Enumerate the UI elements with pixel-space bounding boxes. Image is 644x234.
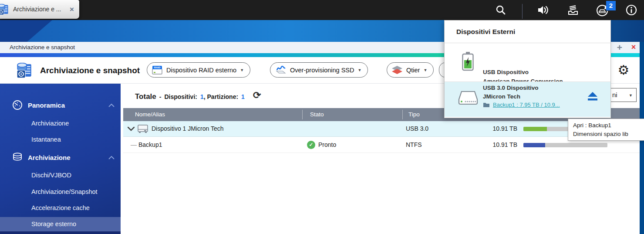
external-devices-popup: Dispositivi Esterni USB Dispositivo Amer… [444,20,611,118]
ups-battery-icon [462,52,474,71]
ssd-icon [275,65,287,75]
popup-item-title: USB 3.0 Dispositivo [483,85,539,91]
app-tab-archiviazione[interactable]: Archiviazione e ... × [0,0,79,19]
sidebar: Panoramica Archiviazione Istantanea Arch… [0,84,121,231]
table-row-device[interactable]: Dispositivo 1 JMicron Tech USB 3.0 10.91… [123,121,640,137]
qtier-button[interactable]: Qtier ▼ [387,62,434,78]
sidebar-item-istantanea[interactable]: Istantanea [0,132,121,147]
column-divider [302,110,303,119]
screen: Archiviazione e ... × 2 Archiviazione e … [0,0,644,234]
sidebar-group-archiviazione[interactable]: Archiviazione [0,149,121,166]
chevron-down-icon[interactable] [128,127,135,131]
eject-icon[interactable] [587,92,598,101]
folder-icon [483,102,490,108]
actions-dropdown[interactable]: ni ▼ [608,88,637,102]
wallpaper-wedge [0,20,65,42]
qtier-layers-icon [391,65,403,75]
capacity-bar [523,143,607,147]
status-ok-icon: ✓ [307,141,315,149]
storage-snapshot-app-icon-large [16,61,34,80]
tooltip: Apri : Backup1 Dimensioni spazio lib [568,119,644,141]
ssd-button-label: Over-provisioning SSD [290,67,354,74]
database-icon [12,152,23,163]
actions-dropdown-label: ni [612,88,617,102]
desktop-taskbar: Archiviazione e ... × 2 [0,0,644,20]
qtier-button-label: Qtier [406,67,420,74]
summary-devices-value: 1 [200,93,204,100]
volume-icon[interactable] [534,0,553,20]
partition-status: Pronto [318,137,336,153]
table-row-partition[interactable]: — Backup1 ✓ Pronto NTFS 10.91 TB [123,137,640,153]
sidebar-item-storage-esterno[interactable]: Storage esterno [0,217,121,231]
external-raid-device-button[interactable]: RAID Dispositivo RAID esterno ▼ [147,62,250,78]
background-tasks-icon[interactable] [563,0,583,20]
summary-devices-label: Dispositivi: [164,93,197,100]
tab-title: Archiviazione e ... [13,0,61,19]
sidebar-group-label: Panoramica [28,102,65,109]
drive-icon [138,125,148,133]
device-type: USB 3.0 [406,121,428,136]
sidebar-item-archiviazione-overview[interactable]: Archiviazione [0,115,121,131]
column-header-type[interactable]: Tipo [408,108,420,121]
refresh-icon[interactable]: ⟳ [253,90,261,101]
summary-title: Totale [135,92,156,101]
window-minimize-icon[interactable]: + [614,42,625,53]
partition-name: Backup1 [138,137,162,153]
chevron-down-icon: ▼ [629,93,633,98]
window-bottom-border [0,231,121,234]
partition-open-link[interactable]: Backup1 : 7.95 TB / 10.9... [493,102,560,108]
popup-item-ups[interactable]: USB Dispositivo American Power Conversio… [445,43,610,81]
partition-capacity: 10.91 TB [462,137,517,153]
gauge-icon [12,100,23,110]
chevron-down-icon: ▼ [240,68,244,72]
tab-close-icon[interactable]: × [70,0,74,19]
external-drive-icon [458,89,478,106]
notification-badge: 2 [606,1,616,10]
column-header-status[interactable]: Stato [310,108,324,121]
svg-text:RAID: RAID [154,66,161,69]
tooltip-line2: Dimensioni spazio lib [573,130,644,139]
sidebar-group-label: Archiviazione [28,154,71,161]
popup-title: Dispositivi Esterni [456,28,515,36]
column-header-name[interactable]: Nome/Alias [135,108,165,121]
info-icon[interactable] [622,0,641,20]
summary-partition-value: 1 [241,93,245,100]
raid-button-label: Dispositivo RAID esterno [166,67,236,74]
sidebar-item-archiviazione-snapshot[interactable]: Archiviazione/Snapshot [0,184,121,200]
partition-type: NTFS [406,137,422,153]
gear-icon[interactable]: ⚙ [616,61,631,80]
summary-partition-label: , Partizione: [204,93,238,100]
ssd-overprovisioning-button[interactable]: Over-provisioning SSD ▼ [270,62,368,78]
chevron-down-icon: ▼ [423,68,427,72]
tree-dash: — [131,137,137,153]
column-divider [402,110,403,119]
search-icon[interactable] [491,0,510,20]
page-title: Archiviazione e snapshot [40,57,140,84]
chevron-up-icon [108,103,115,107]
sidebar-item-accelerazione-cache[interactable]: Accelerazione cache [0,200,121,216]
device-name: Dispositivo 1 JMicron Tech [152,121,223,136]
window-close-icon[interactable]: × [628,42,639,53]
summary-line: Totale - Dispositivi: 1 , Partizione: 1 [135,91,245,103]
tooltip-line1: Apri : Backup1 [573,121,644,130]
sidebar-group-panoramica[interactable]: Panoramica [0,97,121,113]
chevron-up-icon [108,156,115,159]
window-title: Archiviazione e snapshot [10,42,75,53]
popup-item-title: USB Dispositivo [483,69,529,75]
raid-drive-icon: RAID [152,65,163,75]
taskbar-divider [522,4,523,19]
popup-item-usb3-device[interactable]: USB 3.0 Dispositivo JMicron Tech Backup1… [445,82,610,117]
summary-separator: - [159,93,162,100]
chevron-down-icon: ▼ [357,68,361,72]
sidebar-item-dischi-vjbod[interactable]: Dischi/VJBOD [0,167,121,183]
popup-item-subtitle: JMicron Tech [483,93,520,100]
storage-snapshot-app-icon [0,3,10,16]
device-capacity: 10.91 TB [462,121,517,136]
